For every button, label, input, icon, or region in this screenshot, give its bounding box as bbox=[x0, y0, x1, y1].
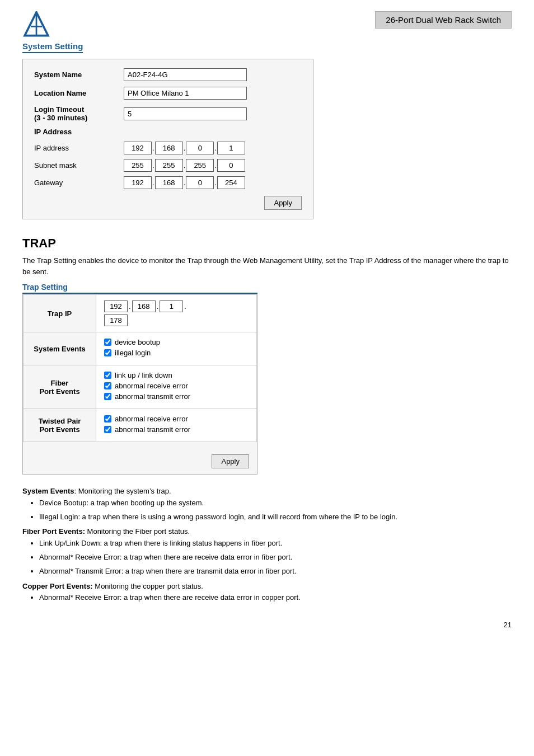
trap-box: Trap IP . . . S bbox=[22, 294, 257, 475]
gateway-label: Gateway bbox=[34, 179, 124, 187]
system-name-input[interactable] bbox=[124, 68, 247, 81]
fiber-port-events-row: Fiber Port Events link up / link down ab… bbox=[24, 365, 257, 409]
list-item: Abnormal* Receive Error: a trap when the… bbox=[39, 552, 512, 564]
fiber-port-events-value: link up / link down abnormal receive err… bbox=[96, 365, 257, 409]
system-apply-row: Apply bbox=[34, 196, 302, 210]
trap-ip-dot-3: . bbox=[184, 302, 186, 311]
fiber-trans-error-row: abnormal transmit error bbox=[104, 392, 249, 401]
twisted-pair-value: abnormal receive error abnormal transmit… bbox=[96, 409, 257, 442]
ip-seg-2[interactable] bbox=[155, 142, 183, 154]
list-item: Illegal Login: a trap when there is usin… bbox=[39, 511, 512, 523]
link-up-down-label: link up / link down bbox=[115, 371, 172, 379]
system-events-label: System Events bbox=[24, 332, 96, 365]
tp-trans-error-label: abnormal transmit error bbox=[115, 425, 190, 434]
fiber-bullets: Link Up/Link Down: a trap when there is … bbox=[39, 538, 512, 577]
subnet-seg-2[interactable] bbox=[155, 159, 183, 172]
trap-apply-button[interactable]: Apply bbox=[212, 454, 249, 468]
system-setting-box: System Name Location Name Login Timeout … bbox=[22, 59, 313, 219]
system-name-label: System Name bbox=[34, 71, 124, 79]
device-bootup-label: device bootup bbox=[115, 338, 160, 346]
product-title: 26-Port Dual Web Rack Switch bbox=[375, 11, 512, 29]
trap-section: TRAP The Trap Setting enables the device… bbox=[22, 236, 512, 475]
link-up-down-checkbox[interactable] bbox=[104, 372, 111, 379]
list-item: Abnormal* Receive Error: a trap when the… bbox=[39, 592, 512, 604]
fiber-recv-error-row: abnormal receive error bbox=[104, 382, 249, 390]
gateway-seg-1[interactable] bbox=[124, 176, 152, 189]
system-events-desc-text: : Monitoring the system’s trap. bbox=[74, 487, 171, 495]
trap-description: The Trap Setting enables the device to m… bbox=[22, 255, 512, 277]
gateway-inputs: . . . bbox=[124, 176, 245, 189]
ip-address-inputs: . . . bbox=[124, 142, 245, 154]
location-name-input[interactable] bbox=[124, 87, 247, 100]
fiber-recv-error-label: abnormal receive error bbox=[115, 382, 188, 390]
trap-ip-dot-2: . bbox=[157, 302, 159, 311]
ip-seg-1[interactable] bbox=[124, 142, 152, 154]
gateway-row: Gateway . . . bbox=[34, 176, 302, 189]
twisted-pair-row: Twisted Pair Port Events abnormal receiv… bbox=[24, 409, 257, 442]
system-apply-button[interactable]: Apply bbox=[264, 196, 302, 210]
ip-address-section-label: IP Address bbox=[34, 128, 302, 136]
login-timeout-input[interactable] bbox=[124, 107, 247, 120]
system-events-value: device bootup illegal login bbox=[96, 332, 257, 365]
list-item: Device Bootup: a trap when booting up th… bbox=[39, 497, 512, 509]
system-name-row: System Name bbox=[34, 68, 302, 81]
logo-area: System Setting bbox=[22, 11, 83, 53]
login-timeout-label: Login Timeout (3 - 30 minutes) bbox=[34, 105, 124, 122]
copper-bullets: Abnormal* Receive Error: a trap when the… bbox=[39, 592, 512, 604]
location-name-label: Location Name bbox=[34, 89, 124, 97]
gateway-seg-3[interactable] bbox=[186, 176, 214, 189]
trap-heading: TRAP bbox=[22, 236, 512, 251]
gateway-seg-2[interactable] bbox=[155, 176, 183, 189]
copper-desc-title: Copper Port Events: bbox=[22, 582, 93, 590]
subnet-mask-row: Subnet mask . . . bbox=[34, 159, 302, 172]
system-events-bullets: Device Bootup: a trap when booting up th… bbox=[39, 497, 512, 523]
location-name-row: Location Name bbox=[34, 87, 302, 100]
trap-ip-seg-3[interactable] bbox=[160, 300, 183, 312]
login-timeout-row: Login Timeout (3 - 30 minutes) bbox=[34, 105, 302, 122]
trap-table: Trap IP . . . S bbox=[23, 294, 257, 442]
tp-recv-error-row: abnormal receive error bbox=[104, 415, 249, 423]
page-header: System Setting 26-Port Dual Web Rack Swi… bbox=[22, 11, 512, 53]
copper-desc: Copper Port Events: Monitoring the coppe… bbox=[22, 581, 512, 593]
trap-ip-inputs: . . . bbox=[104, 300, 249, 312]
trap-ip-label: Trap IP bbox=[24, 295, 96, 332]
tp-trans-error-checkbox[interactable] bbox=[104, 426, 111, 433]
trap-setting-title: Trap Setting bbox=[22, 283, 257, 294]
fiber-recv-error-checkbox[interactable] bbox=[104, 382, 111, 389]
trap-ip-seg-2[interactable] bbox=[132, 300, 156, 312]
trap-ip-seg-4[interactable] bbox=[104, 314, 128, 326]
subnet-mask-label: Subnet mask bbox=[34, 161, 124, 170]
illegal-login-label: illegal login bbox=[115, 349, 151, 357]
illegal-login-row: illegal login bbox=[104, 349, 249, 357]
copper-desc-text: Monitoring the copper port status. bbox=[93, 582, 203, 590]
subnet-seg-4[interactable] bbox=[217, 159, 245, 172]
trap-ip-dot-1: . bbox=[129, 302, 131, 311]
fiber-desc-text: Monitoring the Fiber port status. bbox=[85, 527, 190, 536]
trap-apply-row: Apply bbox=[23, 449, 257, 474]
ip-seg-3[interactable] bbox=[186, 142, 214, 154]
device-bootup-row: device bootup bbox=[104, 338, 249, 346]
illegal-login-checkbox[interactable] bbox=[104, 349, 111, 356]
fiber-desc-title: Fiber Port Events: bbox=[22, 527, 85, 536]
fiber-desc: Fiber Port Events: Monitoring the Fiber … bbox=[22, 526, 512, 538]
ip-seg-4[interactable] bbox=[217, 142, 245, 154]
page-number: 21 bbox=[22, 621, 512, 629]
system-events-desc: System Events: Monitoring the system’s t… bbox=[22, 486, 512, 497]
trap-ip-seg-1[interactable] bbox=[104, 300, 128, 312]
twisted-pair-label: Twisted Pair Port Events bbox=[24, 409, 96, 442]
device-bootup-checkbox[interactable] bbox=[104, 339, 111, 346]
subnet-seg-1[interactable] bbox=[124, 159, 152, 172]
subnet-mask-inputs: . . . bbox=[124, 159, 245, 172]
link-up-down-row: link up / link down bbox=[104, 371, 249, 379]
tp-trans-error-row: abnormal transmit error bbox=[104, 425, 249, 434]
tp-recv-error-checkbox[interactable] bbox=[104, 415, 111, 422]
ip-address-row: IP address . . . bbox=[34, 142, 302, 154]
tp-recv-error-label: abnormal receive error bbox=[115, 415, 188, 423]
trap-ip-row: Trap IP . . . bbox=[24, 295, 257, 332]
gateway-seg-4[interactable] bbox=[217, 176, 245, 189]
list-item: Link Up/Link Down: a trap when there is … bbox=[39, 538, 512, 550]
descriptions-section: System Events: Monitoring the system’s t… bbox=[22, 486, 512, 604]
subnet-seg-3[interactable] bbox=[186, 159, 214, 172]
fiber-trans-error-checkbox[interactable] bbox=[104, 393, 111, 400]
system-events-row: System Events device bootup illegal logi… bbox=[24, 332, 257, 365]
